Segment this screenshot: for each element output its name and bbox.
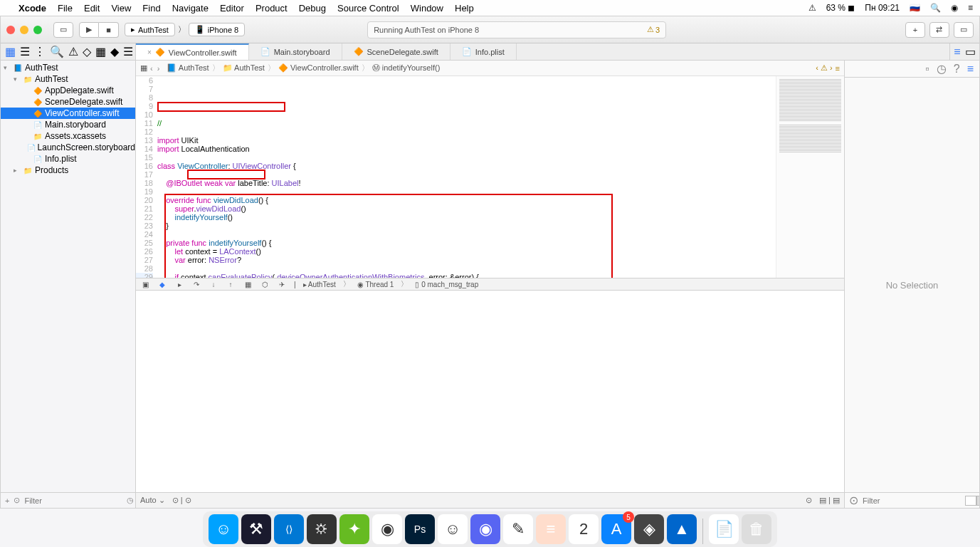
jumpbar-nav-icon[interactable]: ‹ ⚠ › — [816, 63, 832, 73]
destination-selector[interactable]: 📱 iPhone 8 — [189, 23, 245, 36]
code-line[interactable] — [157, 264, 769, 273]
dock-calendar[interactable]: 2 — [569, 514, 599, 544]
forward-icon[interactable]: › — [157, 64, 160, 73]
code-line[interactable] — [157, 230, 769, 239]
nav-find-icon[interactable]: 🔍 — [50, 45, 64, 58]
nav-tests-icon[interactable]: ◇ — [83, 45, 91, 58]
code-line[interactable]: indetifyYourself() — [157, 213, 769, 222]
code-line[interactable]: let context = LAContext() — [157, 247, 769, 256]
continue-icon[interactable]: ▸ — [174, 281, 184, 288]
nav-item-authtest[interactable]: ▾📁AuthTest — [1, 73, 135, 85]
nav-item-launchscreen-storyboard[interactable]: 📄LaunchScreen.storyboard — [1, 142, 135, 153]
issues-badge[interactable]: ⚠ 3 — [647, 25, 660, 34]
dock-discord[interactable]: ◉ — [470, 514, 500, 544]
nav-reports-icon[interactable]: ☰ — [123, 45, 133, 58]
code-line[interactable]: import UIKit — [157, 136, 769, 145]
nav-item-main-storyboard[interactable]: 📄Main.storyboard — [1, 119, 135, 130]
code-line[interactable]: class ViewController: UIViewController { — [157, 162, 769, 170]
inspector-help-icon[interactable]: ? — [954, 63, 960, 75]
code-line[interactable]: override func viewDidLoad() { — [157, 196, 769, 204]
menu-editor[interactable]: Editor — [220, 3, 244, 14]
back-icon[interactable]: ‹ — [150, 64, 153, 73]
dock-notes[interactable]: ✎ — [503, 514, 533, 544]
code-line[interactable]: private func indetifyYourself() { — [157, 239, 769, 247]
tab-info-plist[interactable]: 📄Info.plist — [451, 43, 517, 60]
code-line[interactable]: if context.canEvaluatePolicy(.deviceOwne… — [157, 273, 769, 278]
console-auto[interactable]: Auto ⌄ — [140, 496, 165, 505]
scheme-selector[interactable]: ▸ AuthTest — [125, 23, 175, 36]
inspector-history-icon[interactable]: ◷ — [937, 62, 947, 75]
menu-find[interactable]: Find — [142, 3, 160, 14]
environment-icon[interactable]: ✈ — [277, 281, 287, 288]
nav-symbols-icon[interactable]: ⋮ — [34, 45, 46, 58]
menu-help[interactable]: Help — [455, 3, 474, 14]
notifications-icon[interactable]: ≡ — [968, 3, 973, 13]
code-line[interactable]: super.viewDidLoad() — [157, 204, 769, 213]
nav-project-icon[interactable]: ▦ — [5, 45, 16, 58]
debug-process[interactable]: ▸ AuthTest — [303, 281, 336, 288]
dock-appstore[interactable]: A5 — [601, 514, 631, 544]
dock-app1[interactable]: ⛭ — [307, 514, 337, 544]
debug-console[interactable] — [136, 291, 844, 492]
nav-issues-icon[interactable]: ⚠ — [68, 45, 78, 58]
dock-doc[interactable]: 📄 — [709, 514, 739, 544]
menu-product[interactable]: Product — [255, 3, 288, 14]
code-line[interactable] — [157, 170, 769, 179]
toggle-navigator-button[interactable]: ▭ — [53, 22, 73, 38]
nav-item-assets-xcassets[interactable]: 📁Assets.xcassets — [1, 130, 135, 142]
debug-thread[interactable]: ◉ Thread 1 — [357, 281, 394, 288]
jump-bar[interactable]: ▦ ‹› 📘 AuthTest〉 📁 AuthTest〉 🔶 ViewContr… — [136, 61, 844, 76]
menu-window[interactable]: Window — [411, 3, 443, 14]
console-filter-icon[interactable]: ⊙ — [806, 496, 812, 505]
menu-edit[interactable]: Edit — [84, 3, 100, 14]
nav-breakpoints-icon[interactable]: ◆ — [110, 45, 119, 58]
tab-viewcontroller-swift[interactable]: ×🔶ViewController.swift — [136, 43, 249, 60]
stop-button[interactable]: ■ — [99, 22, 119, 38]
dock-vscode[interactable]: ⟨⟩ — [274, 514, 304, 544]
library-button[interactable]: ⇄ — [929, 22, 949, 38]
code-line[interactable] — [157, 127, 769, 136]
dock-notes2[interactable]: ≡ — [536, 514, 566, 544]
dock-messages[interactable]: ☺ — [438, 514, 468, 544]
inspector-filter-input[interactable] — [863, 496, 961, 505]
jump-symbol[interactable]: Ⓜ indetifyYourself() — [372, 63, 441, 73]
jump-project[interactable]: 📘 AuthTest — [167, 63, 209, 73]
dock-launchpad[interactable]: ◈ — [634, 514, 664, 544]
nav-item-authtest[interactable]: ▾📘AuthTest — [1, 62, 135, 73]
menu-view[interactable]: View — [111, 3, 131, 14]
hide-debug-icon[interactable]: ▣ — [140, 281, 150, 288]
jumpbar-more-icon[interactable]: ≡ — [836, 64, 840, 73]
nav-item-info-plist[interactable]: 📄Info.plist — [1, 153, 135, 165]
jump-file[interactable]: 🔶 ViewController.swift — [278, 63, 359, 73]
menu-source-control[interactable]: Source Control — [337, 3, 399, 14]
step-out-icon[interactable]: ↑ — [226, 281, 236, 288]
nav-item-scenedelegate-swift[interactable]: 🔶SceneDelegate.swift — [1, 96, 135, 108]
dock-xcode[interactable]: ⚒ — [241, 514, 271, 544]
code-line[interactable]: var error: NSError? — [157, 256, 769, 264]
menu-navigate[interactable]: Navigate — [172, 3, 209, 14]
menu-file[interactable]: File — [58, 3, 73, 14]
window-close[interactable] — [6, 26, 15, 34]
code-line[interactable]: @IBOutlet weak var labeTitle: UILabel! — [157, 179, 769, 187]
battery-status[interactable]: 63 % ◼ — [826, 3, 855, 13]
step-into-icon[interactable]: ↓ — [209, 281, 218, 288]
tab-scenedelegate-swift[interactable]: 🔶SceneDelegate.swift — [342, 43, 451, 60]
memory-graph-icon[interactable]: ⬡ — [260, 281, 270, 288]
window-minimize[interactable] — [20, 26, 28, 34]
tab-main-storyboard[interactable]: 📄Main.storyboard — [249, 43, 342, 60]
window-zoom[interactable] — [33, 26, 42, 34]
minimap[interactable] — [776, 76, 844, 278]
dock-trash[interactable]: 🗑 — [742, 514, 771, 544]
spotlight-icon[interactable]: 🔍 — [930, 3, 941, 13]
code-line[interactable] — [157, 153, 769, 162]
dock-finder[interactable]: ☺ — [209, 514, 238, 544]
control-center-icon[interactable]: ◉ — [951, 3, 958, 13]
app-menu[interactable]: Xcode — [19, 3, 46, 14]
source-editor[interactable]: 6789101112131415161718192021222324252627… — [136, 76, 776, 278]
tab-close-icon[interactable]: × — [147, 48, 152, 56]
toggle-inspector-button[interactable]: ▭ — [954, 22, 974, 38]
run-button[interactable]: ▶ — [79, 22, 99, 38]
nav-debug-icon[interactable]: ▦ — [95, 45, 106, 58]
debug-frame[interactable]: ▯ 0 mach_msg_trap — [415, 281, 478, 288]
nav-item-products[interactable]: ▸📁Products — [1, 165, 135, 176]
